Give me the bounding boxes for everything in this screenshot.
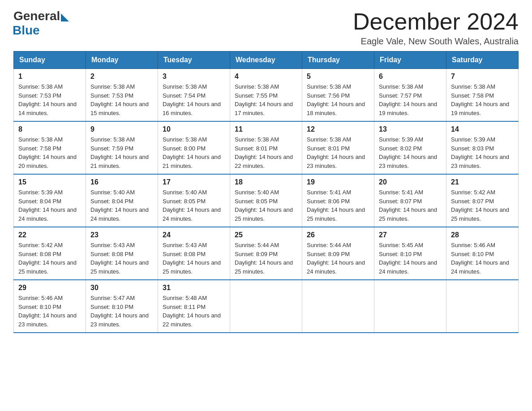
calendar-day-cell: 5 Sunrise: 5:38 AMSunset: 7:56 PMDayligh… <box>302 69 374 122</box>
day-info: Sunrise: 5:38 AMSunset: 7:55 PMDaylight:… <box>235 83 293 116</box>
calendar-day-cell: 1 Sunrise: 5:38 AMSunset: 7:53 PMDayligh… <box>14 69 86 122</box>
day-info: Sunrise: 5:43 AMSunset: 8:08 PMDaylight:… <box>90 242 149 275</box>
calendar-day-cell: 23 Sunrise: 5:43 AMSunset: 8:08 PMDaylig… <box>86 227 158 280</box>
day-info: Sunrise: 5:39 AMSunset: 8:02 PMDaylight:… <box>379 136 437 169</box>
day-info: Sunrise: 5:44 AMSunset: 8:09 PMDaylight:… <box>307 242 365 275</box>
day-number: 17 <box>163 178 225 186</box>
calendar-day-cell: 29 Sunrise: 5:46 AMSunset: 8:10 PMDaylig… <box>14 280 86 333</box>
calendar-header-cell: Wednesday <box>230 51 302 69</box>
calendar-day-cell: 25 Sunrise: 5:44 AMSunset: 8:09 PMDaylig… <box>230 227 302 280</box>
calendar-day-cell: 2 Sunrise: 5:38 AMSunset: 7:53 PMDayligh… <box>86 69 158 122</box>
calendar-header: SundayMondayTuesdayWednesdayThursdayFrid… <box>14 51 519 69</box>
calendar-day-cell: 8 Sunrise: 5:38 AMSunset: 7:58 PMDayligh… <box>14 121 86 174</box>
day-info: Sunrise: 5:47 AMSunset: 8:10 PMDaylight:… <box>90 295 149 328</box>
day-number: 29 <box>18 284 81 292</box>
calendar-day-cell: 28 Sunrise: 5:46 AMSunset: 8:10 PMDaylig… <box>446 227 519 280</box>
calendar-day-cell: 16 Sunrise: 5:40 AMSunset: 8:04 PMDaylig… <box>86 174 158 227</box>
calendar-header-cell: Thursday <box>302 51 374 69</box>
day-info: Sunrise: 5:46 AMSunset: 8:10 PMDaylight:… <box>451 242 509 275</box>
day-number: 25 <box>235 231 297 239</box>
title-section: December 2024 Eagle Vale, New South Wale… <box>353 9 519 47</box>
calendar-week-row: 8 Sunrise: 5:38 AMSunset: 7:58 PMDayligh… <box>14 121 519 174</box>
day-info: Sunrise: 5:42 AMSunset: 8:08 PMDaylight:… <box>18 242 77 275</box>
day-number: 7 <box>451 73 514 81</box>
day-number: 10 <box>163 125 225 133</box>
calendar-header-cell: Monday <box>86 51 158 69</box>
day-info: Sunrise: 5:38 AMSunset: 8:01 PMDaylight:… <box>235 136 293 169</box>
page-header: General Blue December 2024 Eagle Vale, N… <box>13 9 519 47</box>
day-number: 16 <box>90 178 153 186</box>
logo-triangle-icon <box>61 13 69 21</box>
calendar-day-cell: 31 Sunrise: 5:48 AMSunset: 8:11 PMDaylig… <box>158 280 230 333</box>
day-number: 3 <box>163 73 225 81</box>
day-info: Sunrise: 5:39 AMSunset: 8:04 PMDaylight:… <box>18 189 77 222</box>
day-info: Sunrise: 5:38 AMSunset: 7:56 PMDaylight:… <box>307 83 365 116</box>
day-number: 19 <box>307 178 369 186</box>
day-number: 31 <box>163 284 225 292</box>
calendar-day-cell: 21 Sunrise: 5:42 AMSunset: 8:07 PMDaylig… <box>446 174 519 227</box>
day-info: Sunrise: 5:48 AMSunset: 8:11 PMDaylight:… <box>163 295 221 328</box>
day-number: 5 <box>307 73 369 81</box>
calendar-day-cell: 19 Sunrise: 5:41 AMSunset: 8:06 PMDaylig… <box>302 174 374 227</box>
calendar-day-cell: 11 Sunrise: 5:38 AMSunset: 8:01 PMDaylig… <box>230 121 302 174</box>
calendar-day-cell: 20 Sunrise: 5:41 AMSunset: 8:07 PMDaylig… <box>374 174 446 227</box>
day-number: 26 <box>307 231 369 239</box>
day-info: Sunrise: 5:38 AMSunset: 8:00 PMDaylight:… <box>163 136 221 169</box>
logo: General Blue <box>13 9 69 38</box>
day-number: 28 <box>451 231 514 239</box>
day-info: Sunrise: 5:38 AMSunset: 7:54 PMDaylight:… <box>163 83 221 116</box>
day-number: 9 <box>90 125 153 133</box>
calendar-day-cell: 30 Sunrise: 5:47 AMSunset: 8:10 PMDaylig… <box>86 280 158 333</box>
day-info: Sunrise: 5:41 AMSunset: 8:06 PMDaylight:… <box>307 189 365 222</box>
calendar-day-cell: 3 Sunrise: 5:38 AMSunset: 7:54 PMDayligh… <box>158 69 230 122</box>
day-info: Sunrise: 5:46 AMSunset: 8:10 PMDaylight:… <box>18 295 77 328</box>
calendar-day-cell <box>230 280 302 333</box>
calendar-day-cell: 24 Sunrise: 5:43 AMSunset: 8:08 PMDaylig… <box>158 227 230 280</box>
day-info: Sunrise: 5:38 AMSunset: 7:53 PMDaylight:… <box>18 83 77 116</box>
calendar-day-cell: 15 Sunrise: 5:39 AMSunset: 8:04 PMDaylig… <box>14 174 86 227</box>
day-number: 22 <box>18 231 81 239</box>
day-info: Sunrise: 5:38 AMSunset: 8:01 PMDaylight:… <box>307 136 365 169</box>
main-title: December 2024 <box>353 9 519 34</box>
day-number: 18 <box>235 178 297 186</box>
calendar-day-cell: 7 Sunrise: 5:38 AMSunset: 7:58 PMDayligh… <box>446 69 519 122</box>
day-info: Sunrise: 5:38 AMSunset: 7:59 PMDaylight:… <box>90 136 149 169</box>
calendar-day-cell: 22 Sunrise: 5:42 AMSunset: 8:08 PMDaylig… <box>14 227 86 280</box>
calendar-header-row: SundayMondayTuesdayWednesdayThursdayFrid… <box>14 51 519 69</box>
calendar-day-cell: 27 Sunrise: 5:45 AMSunset: 8:10 PMDaylig… <box>374 227 446 280</box>
calendar-header-cell: Sunday <box>14 51 86 69</box>
day-number: 14 <box>451 125 514 133</box>
day-number: 13 <box>379 125 442 133</box>
day-number: 23 <box>90 231 153 239</box>
calendar-day-cell: 12 Sunrise: 5:38 AMSunset: 8:01 PMDaylig… <box>302 121 374 174</box>
calendar-week-row: 29 Sunrise: 5:46 AMSunset: 8:10 PMDaylig… <box>14 280 519 333</box>
day-info: Sunrise: 5:39 AMSunset: 8:03 PMDaylight:… <box>451 136 509 169</box>
day-number: 4 <box>235 73 297 81</box>
day-info: Sunrise: 5:40 AMSunset: 8:04 PMDaylight:… <box>90 189 149 222</box>
calendar-day-cell: 10 Sunrise: 5:38 AMSunset: 8:00 PMDaylig… <box>158 121 230 174</box>
day-info: Sunrise: 5:42 AMSunset: 8:07 PMDaylight:… <box>451 189 509 222</box>
calendar-header-cell: Friday <box>374 51 446 69</box>
day-number: 15 <box>18 178 81 186</box>
calendar-day-cell: 26 Sunrise: 5:44 AMSunset: 8:09 PMDaylig… <box>302 227 374 280</box>
day-number: 27 <box>379 231 442 239</box>
day-number: 6 <box>379 73 442 81</box>
day-info: Sunrise: 5:44 AMSunset: 8:09 PMDaylight:… <box>235 242 293 275</box>
calendar-day-cell: 17 Sunrise: 5:40 AMSunset: 8:05 PMDaylig… <box>158 174 230 227</box>
calendar-day-cell: 6 Sunrise: 5:38 AMSunset: 7:57 PMDayligh… <box>374 69 446 122</box>
day-info: Sunrise: 5:38 AMSunset: 7:58 PMDaylight:… <box>18 136 77 169</box>
calendar-day-cell: 4 Sunrise: 5:38 AMSunset: 7:55 PMDayligh… <box>230 69 302 122</box>
calendar-week-row: 22 Sunrise: 5:42 AMSunset: 8:08 PMDaylig… <box>14 227 519 280</box>
day-number: 8 <box>18 125 81 133</box>
calendar-header-cell: Tuesday <box>158 51 230 69</box>
calendar-day-cell: 14 Sunrise: 5:39 AMSunset: 8:03 PMDaylig… <box>446 121 519 174</box>
day-info: Sunrise: 5:40 AMSunset: 8:05 PMDaylight:… <box>235 189 293 222</box>
calendar-table: SundayMondayTuesdayWednesdayThursdayFrid… <box>13 51 519 333</box>
day-number: 24 <box>163 231 225 239</box>
calendar-week-row: 15 Sunrise: 5:39 AMSunset: 8:04 PMDaylig… <box>14 174 519 227</box>
day-info: Sunrise: 5:38 AMSunset: 7:53 PMDaylight:… <box>90 83 149 116</box>
day-number: 1 <box>18 73 81 81</box>
logo-general-text: General <box>13 9 60 23</box>
calendar-day-cell <box>302 280 374 333</box>
day-info: Sunrise: 5:43 AMSunset: 8:08 PMDaylight:… <box>163 242 221 275</box>
